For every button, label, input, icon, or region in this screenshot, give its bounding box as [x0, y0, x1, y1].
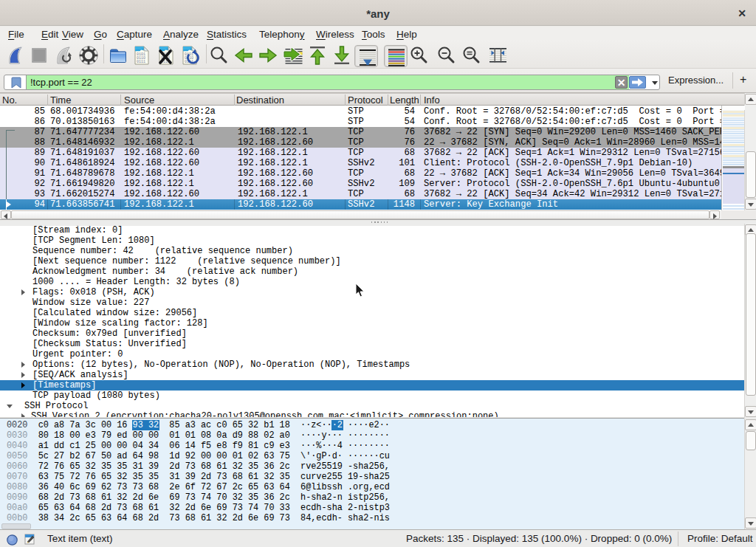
- svg-text:0111: 0111: [137, 60, 145, 64]
